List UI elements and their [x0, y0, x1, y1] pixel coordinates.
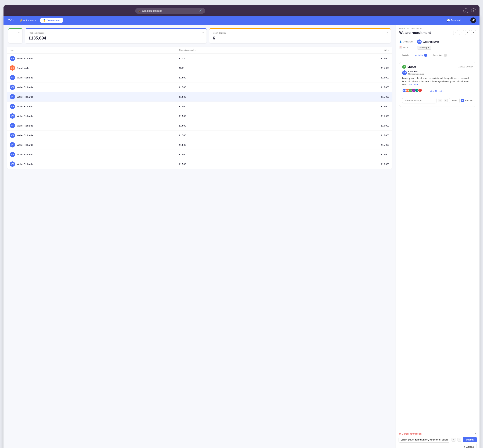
- table-row[interactable]: WR Walter Richards £1000 £15,000: [7, 54, 392, 63]
- view-replies-link[interactable]: View 12 replies: [430, 90, 444, 92]
- panel-close-button[interactable]: ✕: [471, 30, 476, 35]
- dispute-date: 15/06/23 10:46am: [458, 66, 473, 68]
- table-cell-value: £15,000: [311, 63, 392, 73]
- resolve-label: Resolve: [461, 99, 473, 102]
- commission-label: Commission: [47, 19, 60, 22]
- table-cell-value: £15,000: [311, 130, 392, 140]
- table-cell-value: £15,000: [311, 54, 392, 63]
- commission-button[interactable]: 🏅 Commission: [41, 18, 63, 23]
- new-tab-button[interactable]: +: [471, 8, 476, 13]
- nav-right: 💬 Feedback ⋮ XK: [447, 17, 476, 23]
- table-cell-user: WR Walter Richards: [7, 150, 176, 159]
- table-cell-user: WR Walter Richards: [7, 82, 176, 92]
- left-panel: ? Paid commission £135,694 ? Open disput…: [3, 25, 396, 448]
- actions-button[interactable]: + Actions: [461, 444, 477, 448]
- table-cell-commission: £1,500: [176, 130, 311, 140]
- col-value: Value: [311, 47, 392, 54]
- table-cell-user: WR Walter Richards: [7, 121, 176, 130]
- send-button[interactable]: Send: [449, 98, 459, 103]
- table-cell-value: £15,000: [311, 73, 392, 82]
- table-cell-commission: £1,500: [176, 121, 311, 130]
- table-row[interactable]: WR Walter Richards £1,500 £15,000: [7, 92, 392, 102]
- paid-commission-help-icon[interactable]: ?: [202, 32, 204, 35]
- cancel-commission-label: ⊗ Cancel commission: [399, 432, 422, 435]
- tab-activity[interactable]: Activity 1: [412, 52, 430, 59]
- user-avatar-2: WR: [10, 75, 15, 80]
- nav-item-tv[interactable]: TV ▼: [7, 18, 15, 22]
- table-cell-commission: £1000: [176, 54, 311, 63]
- state-label: 📅 State: [399, 47, 415, 49]
- manage-commission-label: MANAGE COMMISSION: [399, 28, 476, 30]
- tab-disputes[interactable]: Disputes 0: [430, 52, 450, 59]
- commission-icon: 🏅: [43, 19, 46, 22]
- user-avatar-8: WR: [10, 133, 15, 138]
- table-row[interactable]: WR Walter Richards £1,500 £15,000: [7, 130, 392, 140]
- state-value: Pending ▼: [417, 46, 431, 50]
- table-cell-value: £15,000: [311, 111, 392, 121]
- user-avatar-3: WR: [10, 85, 15, 90]
- table-row[interactable]: WR Walter Richards £1,500 £15,000: [7, 140, 392, 150]
- table-cell-value: £15,000: [311, 159, 392, 169]
- open-disputes-value: 6: [213, 36, 387, 40]
- nav-item-automate[interactable]: ⚡ Automate ▼: [18, 18, 38, 22]
- message-input-row: ⌘ ↵ Send Resolve: [402, 96, 473, 104]
- bottom-bar: ⊗ Cancel commission ✕ ⌘ ↵ Submit + Actio…: [396, 430, 480, 448]
- dispute-title-left: ✓ Dispute: [402, 65, 416, 69]
- panel-header: MANAGE COMMISSION We are recruitment ↑ ↓…: [396, 25, 480, 37]
- stat-1-help-icon[interactable]: ?: [18, 32, 20, 35]
- table-cell-value: £15,000: [311, 102, 392, 111]
- table-row[interactable]: GH Greg Heath £500 £15,000: [7, 63, 392, 73]
- download-button[interactable]: ↓: [463, 8, 468, 13]
- table-cell-commission: £1,500: [176, 73, 311, 82]
- browser-bar: 🔒 app.oneupsales.io 🔗 ↓ +: [7, 8, 476, 16]
- user-avatar-1: GH: [10, 65, 15, 71]
- resolve-checkbox[interactable]: [461, 99, 464, 102]
- table-row[interactable]: WR Walter Richards £1,500 £15,000: [7, 150, 392, 159]
- table-cell-user: WR Walter Richards: [7, 73, 176, 82]
- user-avatar-4: WR: [10, 94, 15, 99]
- see-more-link[interactable]: see more: [409, 83, 418, 86]
- tab-details[interactable]: Details: [399, 52, 412, 59]
- cancel-bar-close-button[interactable]: ✕: [475, 432, 477, 435]
- table-row[interactable]: WR Walter Richards £1,500 £15,000: [7, 102, 392, 111]
- consultant-label: 👤 Consultant: [399, 40, 415, 43]
- panel-up-button[interactable]: ↑: [453, 30, 458, 35]
- table-header-row: User Commission value Value: [7, 47, 392, 54]
- table-row[interactable]: WR Walter Richards £1,500 £15,000: [7, 73, 392, 82]
- panel-down-button[interactable]: ↓: [459, 30, 464, 35]
- col-commission-value: Commission value: [176, 47, 311, 54]
- consultant-row: 👤 Consultant WR Walter Richards: [399, 40, 476, 44]
- dispute-user-role: Manager approver: [408, 73, 424, 75]
- cancel-cmd-kbd: ⌘: [451, 438, 456, 441]
- feedback-button[interactable]: 💬 Feedback: [447, 19, 462, 22]
- tab-disputes-label: Disputes: [433, 54, 442, 57]
- url-bar[interactable]: 🔒 app.oneupsales.io 🔗: [135, 8, 205, 14]
- submit-button[interactable]: Submit: [463, 437, 477, 442]
- table-row[interactable]: WR Walter Richards £1,500 £15,000: [7, 111, 392, 121]
- message-input[interactable]: [402, 98, 436, 104]
- table-cell-commission: £1,500: [176, 159, 311, 169]
- state-badge[interactable]: Pending ▼: [417, 46, 431, 50]
- user-avatar-nav[interactable]: XK: [470, 17, 476, 23]
- feedback-label: Feedback: [451, 19, 462, 22]
- table-cell-commission: £1,500: [176, 92, 311, 102]
- open-disputes-help-icon[interactable]: ?: [386, 32, 388, 35]
- consultant-value: WR Walter Richards: [417, 40, 439, 44]
- table-row[interactable]: WR Walter Richards £1,500 £15,000: [7, 121, 392, 130]
- tabs-row: Details Activity 1 Disputes 0: [396, 52, 480, 59]
- table-cell-value: £15,000: [311, 121, 392, 130]
- cancel-input[interactable]: [399, 437, 450, 443]
- panel-info-button[interactable]: ℹ: [465, 30, 470, 35]
- table-row[interactable]: WR Walter Richards £1,500 £15,000: [7, 82, 392, 92]
- user-initials: XK: [472, 19, 475, 22]
- nav-tv-chevron: ▼: [12, 19, 14, 21]
- link-icon: 🔗: [199, 9, 202, 12]
- col-user: User: [7, 47, 176, 54]
- table-row[interactable]: WR Walter Richards £1,500 £15,000: [7, 159, 392, 169]
- open-disputes-label: Open disputes: [213, 32, 387, 34]
- table-cell-user: WR Walter Richards: [7, 92, 176, 102]
- user-avatar-9: WR: [10, 142, 15, 147]
- more-options-button[interactable]: ⋮: [465, 18, 468, 22]
- stat-card-1: ?: [8, 28, 22, 43]
- user-avatar-0: WR: [10, 56, 15, 61]
